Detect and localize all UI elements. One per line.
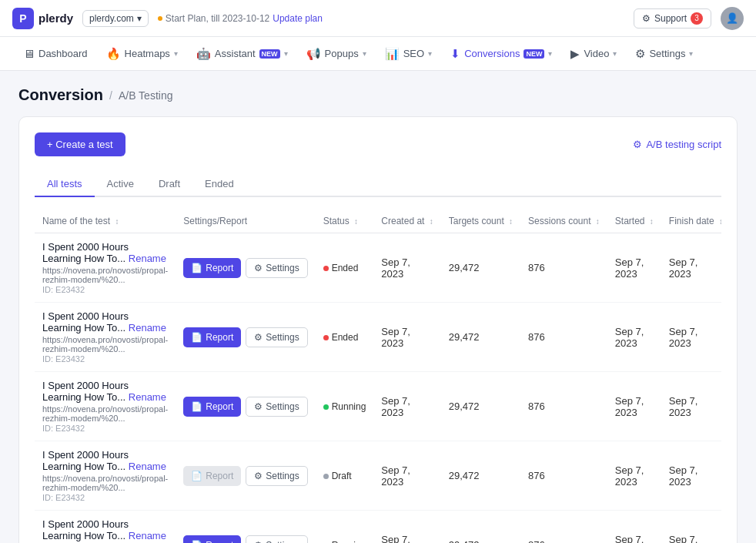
cell-created: Sep 7, 2023: [373, 233, 440, 303]
nav-label-popups: Popups: [325, 48, 359, 59]
col-settings-report: Settings/Report: [176, 209, 315, 233]
chevron-down-icon: ▾: [284, 49, 288, 58]
cell-sessions: 876: [520, 233, 607, 303]
nav-item-popups[interactable]: 📢 Popups ▾: [299, 42, 374, 65]
sort-icon: ↕: [719, 217, 721, 226]
heatmaps-icon: 🔥: [106, 47, 121, 61]
cell-started: Sep 7, 2023: [607, 233, 661, 303]
cell-name: I Spent 2000 Hours Learning How To... Re…: [35, 233, 176, 303]
report-icon: 📄: [191, 540, 202, 544]
logo-text: plerdy: [38, 12, 73, 25]
tab-draft[interactable]: Draft: [146, 172, 192, 197]
report-button[interactable]: 📄 Report: [183, 535, 241, 544]
tab-all-tests[interactable]: All tests: [35, 172, 95, 197]
report-icon: 📄: [191, 401, 202, 412]
report-button[interactable]: 📄 Report: [183, 258, 241, 278]
ab-testing-script-link[interactable]: ⚙ A/B testing script: [633, 139, 721, 150]
report-button[interactable]: 📄 Report: [183, 327, 241, 347]
nav-item-seo[interactable]: 📊 SEO ▾: [377, 42, 440, 65]
create-test-button[interactable]: + Create a test: [35, 132, 125, 156]
test-id: ID: E23432: [42, 354, 168, 364]
table-row: I Spent 2000 Hours Learning How To... Re…: [35, 372, 721, 441]
settings-button[interactable]: ⚙ Settings: [246, 466, 307, 486]
table-row: I Spent 2000 Hours Learning How To... Re…: [35, 303, 721, 372]
breadcrumb-sub: A/B Testing: [119, 89, 173, 102]
test-name: I Spent 2000 Hours Learning How To... Re…: [42, 518, 168, 541]
rename-link[interactable]: Rename: [129, 530, 166, 541]
toolbar: + Create a test ⚙ A/B testing script: [35, 132, 721, 156]
cell-sessions: 876: [520, 441, 607, 511]
cell-started: Sep 7, 2023: [607, 441, 661, 511]
test-url: https://novena.pro/novosti/propal-rezhim…: [42, 335, 168, 354]
tab-active[interactable]: Active: [95, 172, 146, 197]
nav-item-dashboard[interactable]: 🖥 Dashboard: [15, 42, 95, 65]
avatar[interactable]: 👤: [721, 7, 744, 30]
nav-label-settings: Settings: [649, 48, 685, 59]
nav-label-heatmaps: Heatmaps: [125, 48, 170, 59]
nav-label-dashboard: Dashboard: [38, 48, 88, 59]
cell-settings-report: 📄 Report ⚙ Settings: [176, 441, 315, 511]
settings-button[interactable]: ⚙ Settings: [246, 397, 307, 417]
test-id: ID: E23432: [42, 424, 168, 433]
settings-button[interactable]: ⚙ Settings: [246, 535, 307, 544]
cell-started: Sep 7, 2023: [607, 372, 661, 441]
btn-group: 📄 Report ⚙ Settings: [183, 397, 307, 417]
update-plan-link[interactable]: Update plan: [273, 13, 323, 24]
sort-icon: ↕: [509, 217, 513, 226]
popups-icon: 📢: [306, 47, 321, 61]
cell-name: I Spent 2000 Hours Learning How To... Re…: [35, 511, 176, 544]
nav-label-assistant: Assistant: [215, 48, 256, 59]
domain-selector[interactable]: plerdy.com ▾: [82, 10, 149, 27]
cell-status: Draft: [316, 441, 374, 511]
plan-dot: [158, 16, 162, 21]
page-content: Conversion / A/B Testing + Create a test…: [0, 71, 756, 543]
plan-text: Start Plan, till 2023-10-12: [166, 13, 269, 24]
rename-link[interactable]: Rename: [129, 322, 166, 334]
dashboard-icon: 🖥: [23, 47, 35, 60]
cell-finish: Sep 7, 2023: [661, 372, 721, 441]
rename-link[interactable]: Rename: [129, 461, 166, 472]
nav-item-video[interactable]: ▶ Video ▾: [563, 42, 624, 65]
sort-icon: ↕: [596, 217, 600, 226]
table-row: I Spent 2000 Hours Learning How To... Re…: [35, 233, 721, 303]
cell-targets: 29,472: [441, 441, 520, 511]
nav-item-heatmaps[interactable]: 🔥 Heatmaps ▾: [99, 42, 186, 65]
cell-settings-report: 📄 Report ⚙ Settings: [176, 372, 315, 441]
settings-button[interactable]: ⚙ Settings: [246, 327, 307, 347]
gear-icon: ⚙: [254, 540, 263, 544]
btn-group: 📄 Report ⚙ Settings: [183, 466, 307, 486]
cell-started: Sep 7, 2023: [607, 511, 661, 544]
cell-status: Ended: [316, 303, 374, 372]
col-finish: Finish date ↕: [661, 209, 721, 233]
rename-link[interactable]: Rename: [129, 253, 166, 264]
chevron-down-icon: ▾: [428, 49, 432, 58]
rename-link[interactable]: Rename: [129, 391, 166, 403]
btn-group: 📄 Report ⚙ Settings: [183, 535, 307, 544]
nav-item-assistant[interactable]: 🤖 Assistant NEW ▾: [189, 42, 296, 65]
support-button[interactable]: ⚙ Support 3: [634, 8, 711, 28]
assistant-new-badge: NEW: [259, 49, 280, 59]
sort-icon: ↕: [354, 217, 358, 226]
chevron-down-icon: ▾: [548, 49, 552, 58]
cell-finish: Sep 7, 2023: [661, 441, 721, 511]
status-label: Running: [332, 401, 366, 412]
cell-status: Running: [316, 372, 374, 441]
test-id: ID: E23432: [42, 285, 168, 294]
report-button[interactable]: 📄 Report: [183, 397, 241, 417]
nav-item-conversions[interactable]: ⬇ Conversions NEW ▾: [443, 42, 560, 65]
domain-chevron: ▾: [137, 13, 142, 24]
nav-label-video: Video: [584, 48, 609, 59]
col-created: Created at ↕: [373, 209, 440, 233]
tab-ended[interactable]: Ended: [192, 172, 246, 197]
sort-icon: ↕: [115, 217, 119, 226]
breadcrumb: Conversion / A/B Testing: [18, 86, 738, 104]
cell-created: Sep 7, 2023: [373, 441, 440, 511]
assistant-icon: 🤖: [196, 47, 211, 61]
status-dot: [323, 335, 329, 340]
test-name: I Spent 2000 Hours Learning How To... Re…: [42, 241, 168, 264]
gear-icon: ⚙: [633, 139, 642, 150]
settings-button[interactable]: ⚙ Settings: [246, 258, 307, 278]
nav-item-settings[interactable]: ⚙ Settings ▾: [627, 42, 701, 65]
chevron-down-icon: ▾: [363, 49, 366, 58]
col-sessions: Sessions count ↕: [520, 209, 607, 233]
